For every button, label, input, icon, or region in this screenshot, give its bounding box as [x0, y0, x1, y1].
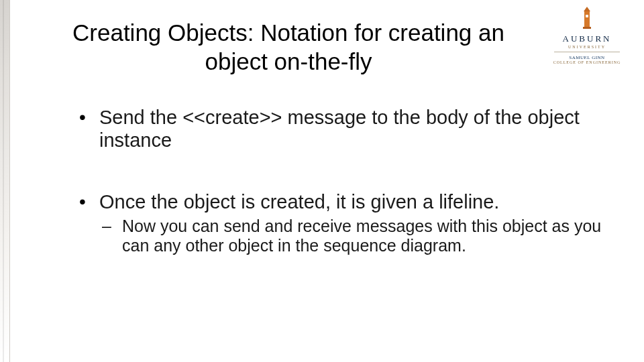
- bullet-text: Send the <<create>> message to the body …: [99, 107, 580, 151]
- bullet-list: Send the <<create>> message to the body …: [74, 106, 604, 256]
- logo-subtitle-3: COLLEGE OF ENGINEERING: [550, 60, 624, 64]
- svg-rect-3: [586, 15, 588, 17]
- svg-marker-2: [584, 7, 590, 11]
- svg-rect-1: [583, 27, 591, 29]
- slide: Creating Objects: Notation for creating …: [0, 0, 644, 362]
- logo-subtitle-1: UNIVERSITY: [550, 45, 624, 49]
- left-decorative-strip: [0, 0, 10, 362]
- bullet-item: Send the <<create>> message to the body …: [74, 106, 604, 152]
- tower-icon: [580, 7, 594, 32]
- sub-bullet-item: Now you can send and receive messages wi…: [99, 217, 604, 256]
- sub-bullet-list: Now you can send and receive messages wi…: [99, 217, 604, 256]
- slide-title: Creating Objects: Notation for creating …: [67, 19, 510, 76]
- content-area: Send the <<create>> message to the body …: [74, 106, 604, 295]
- bullet-item: Once the object is created, it is given …: [74, 190, 604, 255]
- sub-bullet-text: Now you can send and receive messages wi…: [122, 217, 601, 255]
- logo-divider: [554, 52, 620, 52]
- university-logo: AUBURN UNIVERSITY SAMUEL GINN COLLEGE OF…: [550, 7, 624, 64]
- svg-rect-0: [584, 11, 590, 27]
- logo-subtitle-2: SAMUEL GINN: [550, 55, 624, 60]
- logo-word: AUBURN: [550, 34, 624, 44]
- bullet-text: Once the object is created, it is given …: [99, 191, 499, 213]
